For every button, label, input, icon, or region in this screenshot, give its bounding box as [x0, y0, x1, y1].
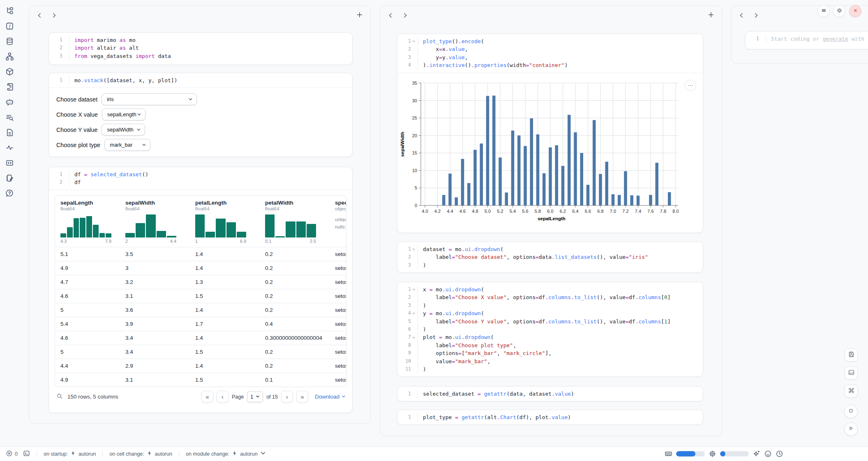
chart-options-button[interactable]	[685, 80, 696, 91]
code-line[interactable]: 6)	[397, 325, 703, 333]
code-editor[interactable]: 1selected_dataset = getattr(data, datase…	[397, 387, 703, 401]
terminal-button[interactable]	[23, 450, 30, 458]
code-line[interactable]: 3)	[397, 261, 703, 269]
shutdown-button[interactable]	[849, 5, 861, 17]
download-button[interactable]: Download	[315, 394, 346, 400]
last-page-button[interactable]: »	[296, 391, 308, 403]
code-line[interactable]: 1selected_dataset = getattr(data, datase…	[397, 390, 703, 398]
table-row[interactable]: 5.43.91.70.4setosa	[55, 317, 346, 331]
code-line[interactable]: 4y = mo.ui.dropdown(	[397, 309, 703, 317]
dependency-graph-icon[interactable]	[5, 52, 14, 61]
code-line[interactable]: 5 label="Choose Y value", options=df.col…	[397, 318, 703, 325]
fold-chevron-icon[interactable]	[411, 335, 416, 339]
prev-page-button[interactable]: ‹	[217, 391, 229, 403]
code-line[interactable]: 3 y=y.value,	[397, 53, 703, 61]
code-editor[interactable]: 1dataset = mo.ui.dropdown(2 label="Choos…	[397, 242, 703, 272]
code-line[interactable]: 1mo.vstack([dataset, x, y, plot])	[49, 76, 352, 84]
table-row[interactable]: 53.61.40.2setosa	[55, 303, 346, 317]
snippets-icon[interactable]	[5, 159, 14, 167]
table-row[interactable]: 4.63.11.50.2setosa	[55, 289, 346, 303]
code-line[interactable]: 7plot = mo.ui.dropdown(	[397, 333, 703, 341]
stop-button[interactable]	[844, 405, 858, 418]
fold-chevron-icon[interactable]	[411, 311, 416, 316]
code-editor[interactable]: 1df = selected_dataset()2df	[49, 167, 352, 190]
save-button[interactable]	[845, 348, 858, 362]
column-move-left-button[interactable]	[37, 12, 43, 18]
first-page-button[interactable]: «	[201, 391, 213, 403]
search-icon[interactable]	[56, 393, 63, 401]
scratchpad-icon[interactable]	[5, 174, 14, 182]
add-column-button[interactable]	[707, 11, 715, 19]
column-move-left-button[interactable]	[739, 12, 745, 18]
code-line[interactable]: 11)	[397, 365, 703, 373]
menu-button[interactable]	[817, 5, 830, 17]
table-row[interactable]: 53.41.50.2setosa	[55, 345, 346, 359]
code-line[interactable]: 8 label="Choose plot type",	[397, 341, 703, 349]
code-editor[interactable]: 1plot_type().encode(2 x=x.value,3 y=y.va…	[397, 34, 703, 73]
column-header-petalLength[interactable]: petalLengthfloat6416.9	[190, 196, 260, 247]
add-column-button[interactable]	[356, 11, 364, 19]
code-editor[interactable]: 1mo.vstack([dataset, x, y, plot])	[49, 73, 352, 88]
memory-usage-bar[interactable]	[676, 451, 705, 456]
fold-chevron-icon[interactable]	[411, 39, 416, 44]
table-row[interactable]: 4.63.41.40.30000000000000004setosa	[55, 331, 346, 345]
clock-icon[interactable]	[776, 450, 783, 458]
code-line[interactable]: 2 label="Choose X value", options=df.col…	[397, 293, 703, 301]
column-move-right-button[interactable]	[51, 12, 57, 18]
code-line[interactable]: 1dataset = mo.ui.dropdown(	[397, 245, 703, 253]
functions-icon[interactable]: f	[5, 22, 14, 30]
sparkles-icon[interactable]	[753, 450, 760, 458]
code-line[interactable]: 2 x=x.value,	[397, 45, 703, 53]
column-histogram[interactable]	[125, 214, 176, 237]
column-histogram[interactable]	[195, 214, 246, 237]
chart-output[interactable]: 4.04.24.44.64.85.05.25.45.65.86.06.26.46…	[397, 73, 703, 225]
on-startup-setting[interactable]: on startup: autorun	[44, 450, 96, 457]
cpu-usage-bar[interactable]	[720, 451, 749, 456]
column-move-right-button[interactable]	[753, 12, 759, 18]
column-move-right-button[interactable]	[402, 12, 408, 18]
on-cell-change-setting[interactable]: on cell change: autorun	[109, 450, 172, 457]
x-value-select[interactable]: sepalLength	[102, 108, 145, 120]
table-row[interactable]: 4.73.21.30.2setosa	[55, 275, 346, 289]
column-histogram[interactable]	[265, 214, 316, 237]
column-move-left-button[interactable]	[388, 12, 394, 18]
panel-toggle-button[interactable]	[845, 366, 858, 380]
dataset-select[interactable]: iris	[102, 93, 197, 105]
documentation-icon[interactable]	[5, 128, 14, 137]
code-line[interactable]: 9 options=["mark_bar", "mark_circle"],	[397, 349, 703, 357]
code-line[interactable]: 2df	[49, 178, 352, 186]
code-editor[interactable]: 1 Start coding or generate with	[746, 32, 868, 46]
code-editor[interactable]: 1import marimo as mo2import altair as al…	[49, 33, 352, 63]
run-all-button[interactable]	[844, 422, 858, 436]
column-histogram[interactable]	[60, 214, 111, 237]
code-line[interactable]: 2import altair as alt	[49, 44, 352, 52]
code-line[interactable]: 10 value="mark_bar",	[397, 357, 703, 365]
on-module-change-setting[interactable]: on module change: autorun	[186, 450, 266, 457]
code-line[interactable]: 3)	[397, 302, 703, 309]
table-row[interactable]: 5.13.51.40.2setosa	[55, 247, 346, 261]
code-line[interactable]: 2 label="Choose dataset", options=data.l…	[397, 253, 703, 261]
ai-chat-icon[interactable]	[5, 98, 14, 106]
column-header-sepalWidth[interactable]: sepalWidthfloat6424.4	[120, 196, 190, 247]
next-page-button[interactable]: ›	[281, 391, 293, 403]
errors-indicator[interactable]: 0	[6, 450, 18, 458]
page-select[interactable]: 1	[247, 391, 263, 402]
y-value-select[interactable]: sepalWidth	[102, 124, 145, 136]
table-row[interactable]: 4.42.91.40.2setosa	[55, 359, 346, 373]
code-line[interactable]: 3from vega_datasets import data	[49, 52, 352, 60]
code-line[interactable]: 1import marimo as mo	[49, 36, 352, 44]
code-line[interactable]: 1x = mo.ui.dropdown(	[397, 286, 703, 293]
code-editor[interactable]: 1x = mo.ui.dropdown(2 label="Choose X va…	[397, 282, 703, 376]
code-editor[interactable]: 1plot_type = getattr(alt.Chart(df), plot…	[397, 410, 703, 424]
column-header-species[interactable]: speciesobjectunique:nulls:	[330, 196, 346, 247]
logs-icon[interactable]	[5, 83, 14, 91]
outline-search-icon[interactable]	[5, 113, 14, 122]
tracing-icon[interactable]	[5, 143, 14, 152]
bar-chart[interactable]: 4.04.24.44.64.85.05.25.45.65.86.06.26.46…	[397, 79, 685, 225]
settings-button[interactable]	[833, 5, 845, 17]
help-feedback-icon[interactable]	[5, 189, 14, 198]
fold-chevron-icon[interactable]	[411, 288, 416, 292]
table-row[interactable]: 4.931.40.2setosa	[55, 261, 346, 275]
feedback-icon[interactable]	[764, 450, 772, 458]
code-line[interactable]: 4).interactive().properties(width="conta…	[397, 61, 703, 69]
